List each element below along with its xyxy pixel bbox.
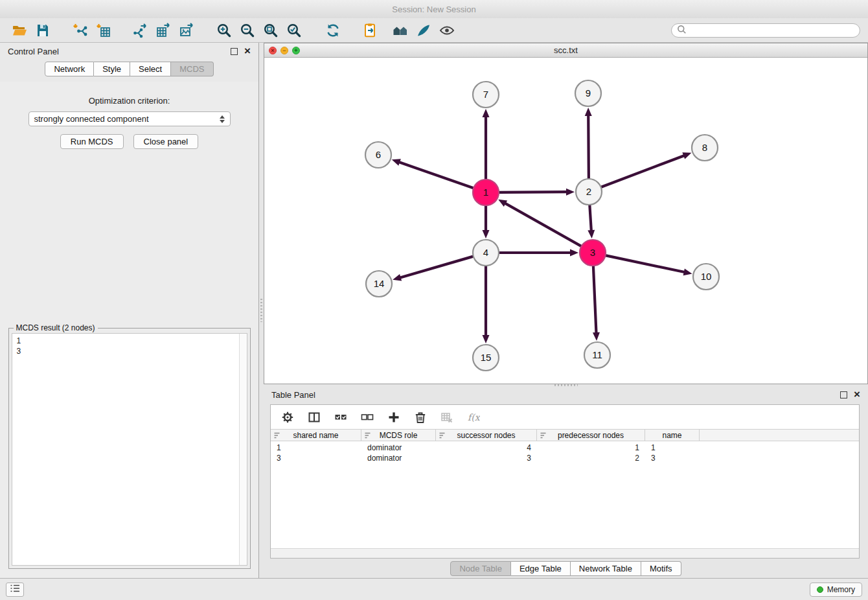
table-panel: Table Panel × f(x) shared nameMCDS roles… (264, 386, 868, 578)
graph-edge[interactable] (392, 159, 473, 188)
export-table-icon[interactable] (152, 21, 175, 40)
close-panel-icon[interactable]: × (244, 47, 251, 56)
edge-arrowhead-icon (392, 159, 401, 165)
graph-edge[interactable] (602, 152, 692, 187)
edge-arrowhead-icon (682, 152, 691, 159)
tab-select[interactable]: Select (130, 62, 171, 76)
column-header-predecessor-nodes[interactable]: predecessor nodes (537, 430, 645, 441)
graph-node[interactable]: 9 (575, 80, 601, 106)
clipboard-icon[interactable] (359, 21, 382, 40)
graph-node[interactable]: 15 (473, 345, 499, 371)
vertical-splitter[interactable] (259, 43, 264, 578)
search-field[interactable] (671, 23, 860, 38)
edge-arrowhead-icon (483, 230, 490, 238)
save-session-icon[interactable] (31, 21, 54, 40)
export-image-icon[interactable] (175, 21, 198, 40)
criterion-dropdown-value: strongly connected component (34, 114, 149, 124)
graph-edge[interactable] (593, 266, 600, 341)
table-cell-shared-name: 3 (271, 454, 361, 463)
graph-node[interactable]: 6 (365, 142, 391, 168)
column-header-mcds-role[interactable]: MCDS role (361, 430, 436, 441)
edge-arrowhead-icon (393, 274, 402, 281)
close-window-icon[interactable]: × (269, 47, 277, 54)
task-history-button[interactable] (6, 583, 24, 597)
settings-icon[interactable] (280, 410, 295, 425)
refresh-icon[interactable] (321, 21, 345, 40)
select-all-icon[interactable] (333, 410, 348, 425)
graph-node[interactable]: 10 (693, 264, 719, 290)
application-window: Session: New Session Control Panel × Net… (0, 0, 868, 600)
network-svg: 7968124314101511 (264, 58, 867, 384)
function-icon: f(x) (466, 410, 481, 425)
optimization-criterion-label: Optimization criterion: (89, 96, 170, 106)
column-header-shared-name[interactable]: shared name (271, 430, 361, 441)
tab-network[interactable]: Network (45, 62, 94, 76)
graph-node[interactable]: 1 (473, 179, 499, 205)
open-session-icon[interactable] (8, 21, 31, 40)
zoom-selected-icon[interactable] (282, 21, 306, 40)
graph-node[interactable]: 4 (473, 240, 499, 266)
network-canvas[interactable]: 7968124314101511 (264, 58, 867, 384)
home-icon[interactable] (389, 21, 412, 40)
table-horizontal-scrollbar[interactable] (271, 548, 859, 558)
graph-node[interactable]: 3 (580, 240, 606, 266)
memory-button-label: Memory (827, 585, 855, 594)
graph-node[interactable]: 14 (366, 271, 392, 297)
graph-edge[interactable] (499, 249, 578, 257)
minimize-window-icon[interactable]: − (280, 47, 288, 54)
graph-edge[interactable] (483, 109, 490, 179)
delete-row-icon[interactable] (413, 410, 428, 425)
graph-node[interactable]: 8 (692, 135, 718, 161)
graph-edge[interactable] (498, 200, 581, 246)
graph-node[interactable]: 11 (584, 342, 610, 368)
table-tab-network-table[interactable]: Network Table (571, 561, 641, 576)
memory-status-icon (817, 586, 823, 593)
add-row-icon[interactable] (386, 410, 402, 425)
column-header-name[interactable]: name (645, 430, 700, 441)
graph-edge[interactable] (585, 108, 592, 178)
delete-table-icon (439, 410, 455, 425)
table-row[interactable]: 1dominator411 (271, 443, 859, 453)
float-panel-icon[interactable] (231, 48, 238, 55)
graph-edge[interactable] (483, 266, 490, 343)
import-network-icon[interactable] (69, 21, 92, 40)
graph-node[interactable]: 2 (576, 179, 602, 205)
criterion-dropdown[interactable]: strongly connected component (29, 111, 231, 126)
table-tab-node-table[interactable]: Node Table (450, 561, 511, 576)
window-titlebar: Session: New Session (0, 0, 868, 18)
graph-edge[interactable] (606, 255, 692, 275)
search-input[interactable] (690, 26, 854, 35)
table-tab-edge-table[interactable]: Edge Table (511, 561, 571, 576)
close-panel-button[interactable]: Close panel (133, 134, 199, 149)
maximize-window-icon[interactable]: + (292, 47, 300, 54)
show-hide-icon[interactable] (435, 21, 459, 40)
style-apply-icon[interactable] (412, 21, 435, 40)
export-network-icon[interactable] (128, 21, 152, 40)
column-sort-icon (439, 432, 446, 441)
result-line: 3 (17, 346, 234, 356)
table-row[interactable]: 3dominator323 (271, 453, 859, 463)
zoom-fit-icon[interactable] (259, 21, 282, 40)
unselect-all-icon[interactable] (360, 410, 375, 425)
column-header-label: name (662, 431, 681, 440)
columns-icon[interactable] (306, 410, 322, 425)
import-table-icon[interactable] (92, 21, 115, 40)
memory-button[interactable]: Memory (810, 583, 862, 597)
column-header-successor-nodes[interactable]: successor nodes (436, 430, 537, 441)
float-table-panel-icon[interactable] (840, 391, 847, 398)
table-toolbar: f(x) (271, 405, 859, 429)
close-table-panel-icon[interactable]: × (854, 390, 860, 399)
graph-node[interactable]: 7 (473, 82, 499, 108)
graph-edge[interactable] (499, 189, 575, 196)
tab-mcds[interactable]: MCDS (171, 62, 213, 76)
graph-edge[interactable] (588, 205, 595, 238)
graph-edge[interactable] (393, 257, 473, 281)
zoom-in-icon[interactable] (212, 21, 236, 40)
table-tab-motifs[interactable]: Motifs (641, 561, 681, 576)
result-scrollbar[interactable] (239, 334, 247, 565)
tab-style[interactable]: Style (94, 62, 130, 76)
window-title: Session: New Session (392, 5, 475, 14)
zoom-out-icon[interactable] (236, 21, 259, 40)
graph-edge[interactable] (483, 206, 490, 238)
run-mcds-button[interactable]: Run MCDS (60, 134, 124, 149)
